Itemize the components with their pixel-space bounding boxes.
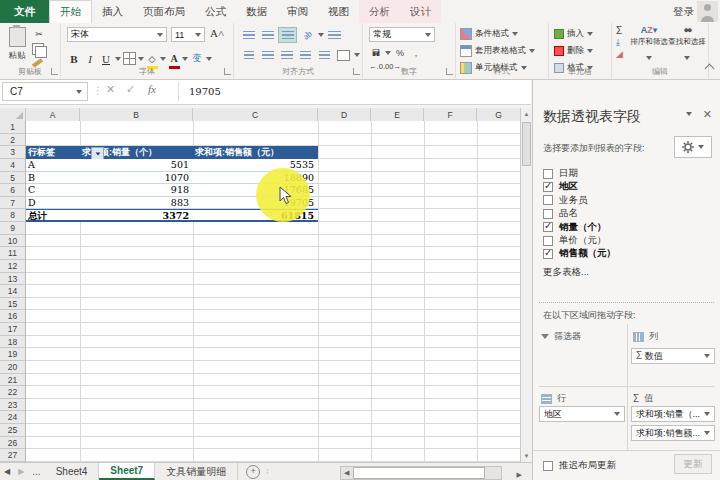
- scroll-left-icon[interactable]: ◀: [344, 469, 349, 477]
- row-header[interactable]: 27: [0, 449, 25, 462]
- cell-A7[interactable]: D: [26, 197, 80, 209]
- tools-button[interactable]: [674, 136, 712, 158]
- middle-align-button[interactable]: [259, 28, 276, 42]
- sort-filter-button[interactable]: AZ▾ 排序和筛选: [630, 25, 668, 65]
- sheet-tab-sheet7[interactable]: Sheet7: [99, 463, 155, 480]
- tabbar-splitter[interactable]: ⁞: [266, 463, 268, 480]
- row-header[interactable]: 12: [0, 260, 25, 273]
- enter-icon[interactable]: ✓: [126, 83, 135, 96]
- comma-style-button[interactable]: ,: [409, 46, 423, 59]
- checkbox-unchecked[interactable]: [543, 195, 553, 205]
- tab-data[interactable]: 数据: [236, 0, 277, 23]
- row-header[interactable]: 21: [0, 374, 25, 387]
- tab-formulas[interactable]: 公式: [195, 0, 236, 23]
- cell-B6[interactable]: 918: [80, 184, 193, 196]
- row-header[interactable]: 26: [0, 437, 25, 450]
- row-header[interactable]: 9: [0, 222, 25, 235]
- tab-view[interactable]: 视图: [318, 0, 359, 23]
- more-tables-link[interactable]: 更多表格...: [543, 266, 589, 279]
- row-header[interactable]: 7: [0, 197, 25, 210]
- new-sheet-button[interactable]: +: [246, 463, 260, 480]
- copy-icon[interactable]: [32, 43, 44, 55]
- field-quantity[interactable]: 销量（个）: [543, 221, 607, 234]
- align-left-button[interactable]: [240, 48, 257, 62]
- cell-B8[interactable]: 3372: [80, 210, 193, 220]
- italic-button[interactable]: I: [83, 52, 97, 65]
- cell-A4[interactable]: A: [26, 159, 80, 171]
- fill-color-dropdown-icon[interactable]: [160, 57, 166, 61]
- cell-B7[interactable]: 883: [80, 197, 193, 209]
- bold-button[interactable]: B: [67, 52, 81, 65]
- row-header[interactable]: 3: [0, 146, 25, 159]
- column-header[interactable]: A: [26, 108, 80, 121]
- field-region[interactable]: 地区: [543, 180, 578, 193]
- row-header[interactable]: 6: [0, 184, 25, 197]
- sheet-tab-detail[interactable]: 文具销量明细: [155, 463, 238, 480]
- wrap-text-button[interactable]: [326, 28, 343, 42]
- column-header[interactable]: G: [477, 108, 520, 121]
- row-header[interactable]: 15: [0, 298, 25, 311]
- clear-button[interactable]: ◢: [616, 49, 623, 59]
- tab-page-layout[interactable]: 页面布局: [133, 0, 195, 23]
- next-sheet-icon[interactable]: ▶: [18, 467, 24, 476]
- row-header[interactable]: 19: [0, 348, 25, 361]
- cell-B4[interactable]: 501: [80, 159, 193, 171]
- merge-center-button[interactable]: [335, 48, 352, 62]
- decrease-indent-button[interactable]: [297, 48, 314, 62]
- merge-dropdown-icon[interactable]: [354, 53, 360, 57]
- phonetic-dropdown-icon[interactable]: [206, 57, 212, 61]
- tab-home[interactable]: 开始: [49, 0, 92, 23]
- format-as-table-button[interactable]: 套用表格格式: [456, 42, 535, 59]
- orientation-button[interactable]: ab: [299, 28, 316, 42]
- field-date[interactable]: 日期: [543, 167, 578, 180]
- more-sheets-button[interactable]: ...: [32, 466, 40, 477]
- cell-B5[interactable]: 1070: [80, 172, 193, 184]
- sheet-tab-sheet4[interactable]: Sheet4: [45, 463, 100, 480]
- top-align-button[interactable]: [240, 28, 257, 42]
- alignment-dialog-launcher[interactable]: [353, 68, 360, 75]
- name-box[interactable]: C7: [2, 82, 88, 101]
- delete-cells-button[interactable]: 删除: [549, 42, 593, 59]
- checkbox-checked[interactable]: [543, 249, 553, 259]
- borders-icon[interactable]: [123, 52, 136, 65]
- tab-analyze[interactable]: 分析: [359, 0, 400, 23]
- vertical-scrollbar[interactable]: ▲ ▼: [520, 108, 532, 462]
- checkbox-unchecked[interactable]: [543, 236, 553, 246]
- number-dialog-launcher[interactable]: [446, 68, 453, 75]
- increase-indent-button[interactable]: [316, 48, 333, 62]
- pivot-header-cell[interactable]: 求和项:销售额（元）: [193, 146, 318, 159]
- align-right-button[interactable]: [278, 48, 295, 62]
- insert-function-icon[interactable]: fx: [148, 83, 156, 95]
- checkbox-unchecked[interactable]: [543, 169, 553, 179]
- accounting-format-icon[interactable]: 🖬: [369, 46, 383, 59]
- row-header[interactable]: 25: [0, 424, 25, 437]
- bottom-align-button[interactable]: [278, 27, 297, 43]
- checkbox-checked[interactable]: [543, 182, 553, 192]
- row-header[interactable]: 16: [0, 310, 25, 323]
- checkbox-checked[interactable]: [543, 222, 553, 232]
- checkbox-unchecked[interactable]: [543, 209, 553, 219]
- columns-area-item[interactable]: Σ 数值: [631, 348, 715, 364]
- row-header[interactable]: 14: [0, 285, 25, 298]
- vertical-scrollbar-thumb[interactable]: [522, 122, 531, 166]
- column-header[interactable]: F: [424, 108, 477, 121]
- field-product[interactable]: 品名: [543, 207, 578, 220]
- formula-input[interactable]: 19705: [178, 82, 529, 101]
- pivot-header-cell[interactable]: 行标签: [26, 146, 80, 159]
- grow-font-icon[interactable]: A˄: [210, 27, 224, 39]
- fill-button[interactable]: ⤓: [616, 37, 623, 48]
- row-header[interactable]: 5: [0, 172, 25, 185]
- paste-button[interactable]: 粘贴: [5, 27, 29, 65]
- number-format-select[interactable]: 常规: [369, 27, 435, 42]
- select-all-corner[interactable]: [0, 108, 26, 121]
- column-header[interactable]: C: [193, 108, 318, 121]
- user-avatar-icon[interactable]: [697, 1, 718, 22]
- font-name-select[interactable]: 宋体: [67, 27, 167, 42]
- row-header[interactable]: 11: [0, 247, 25, 260]
- row-header[interactable]: 8: [0, 209, 25, 222]
- tab-file[interactable]: 文件: [0, 0, 49, 23]
- values-area-item[interactable]: 求和项:销售额...: [631, 425, 715, 441]
- column-header[interactable]: D: [318, 108, 371, 121]
- row-header[interactable]: 2: [0, 134, 25, 147]
- row-header[interactable]: 4: [0, 159, 25, 172]
